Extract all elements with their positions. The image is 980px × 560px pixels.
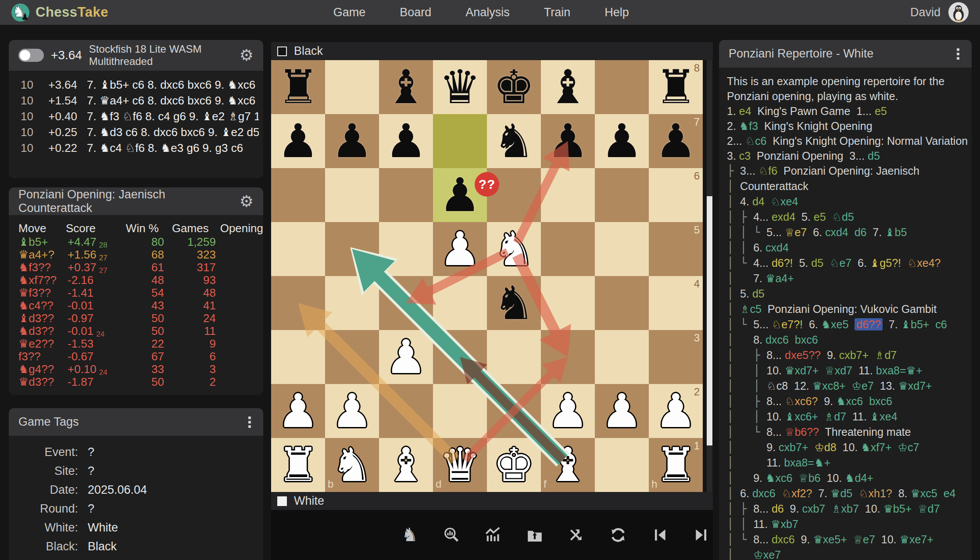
- square-f4[interactable]: [541, 276, 595, 330]
- square-c4[interactable]: [379, 276, 433, 330]
- opening-move-row[interactable]: ♝d3??-0.975024: [18, 312, 263, 325]
- opening-move-row[interactable]: ♞d3??-0.01245011: [18, 325, 263, 337]
- piece-e7[interactable]: ♞: [487, 114, 541, 168]
- move-token[interactable]: ♘xh1?: [858, 487, 892, 499]
- user-avatar[interactable]: [948, 2, 969, 22]
- repertoire-line[interactable]: │ 11. bxa8=♞+: [727, 455, 968, 470]
- move-token[interactable]: ♘d5: [832, 211, 854, 223]
- square-h5[interactable]: 5: [649, 222, 703, 276]
- move-token[interactable]: ♔e7: [852, 380, 874, 392]
- move-token[interactable]: ♘xc6?: [785, 395, 818, 407]
- repertoire-line[interactable]: ├ 3... ♘f6 Ponziani Opening: Jaenisch: [727, 163, 968, 179]
- square-d1[interactable]: ♛d: [433, 438, 487, 492]
- piece-f1[interactable]: ♝: [541, 438, 595, 492]
- move-token[interactable]: ♘e7?!: [772, 318, 803, 330]
- opening-move-row[interactable]: ♞c4??-0.014341: [18, 299, 263, 312]
- repertoire-line[interactable]: │ ├ 8... ♘xc6? 9. ♞xc6 bxc6: [727, 394, 968, 409]
- square-b2[interactable]: ♟: [325, 384, 379, 438]
- square-f1[interactable]: ♝f: [541, 438, 595, 492]
- move-token[interactable]: ♘c6: [745, 135, 767, 147]
- piece-e4[interactable]: ♞: [487, 276, 541, 330]
- opening-move-row[interactable]: ♛f3??-1.415448: [18, 287, 263, 299]
- square-b7[interactable]: ♟: [325, 114, 379, 168]
- engine-knight-icon[interactable]: ♞: [401, 526, 418, 544]
- move-token[interactable]: ♛a4+: [765, 272, 794, 284]
- repertoire-line[interactable]: │ 5. d5: [727, 286, 968, 302]
- move-token[interactable]: bxa8=♛+: [876, 364, 923, 377]
- square-h4[interactable]: 4: [649, 276, 703, 330]
- square-a5[interactable]: [271, 222, 325, 276]
- square-c5[interactable]: [379, 222, 433, 276]
- move-token[interactable]: exd4: [772, 211, 795, 223]
- piece-a7[interactable]: ♟: [271, 114, 325, 168]
- square-b8[interactable]: [325, 60, 379, 114]
- move-token[interactable]: ♗xb7: [831, 503, 859, 515]
- white-checkbox[interactable]: [277, 496, 287, 506]
- square-d4[interactable]: [433, 276, 487, 330]
- move-token[interactable]: cxb7: [802, 503, 825, 515]
- opening-move-row[interactable]: ♛a4+?+1.562768323: [18, 248, 263, 261]
- square-e4[interactable]: ♞: [487, 276, 541, 330]
- move-token[interactable]: ♔d8: [814, 441, 836, 453]
- move-token[interactable]: ♕b6??: [785, 426, 819, 438]
- move-token[interactable]: ♛xc8+: [812, 380, 846, 392]
- scrollbar-thumb[interactable]: [707, 196, 712, 445]
- engine-line[interactable]: 10+3.647. ♝b5+ c6 8. dxc6 bxc6 9. ♞xc6 ♕…: [15, 77, 259, 93]
- move-token[interactable]: dxe5??: [785, 349, 821, 361]
- square-c3[interactable]: ♟: [379, 330, 433, 384]
- square-g5[interactable]: [595, 222, 649, 276]
- move-token[interactable]: ♞xe5: [821, 318, 849, 330]
- engine-line[interactable]: 10+0.227. ♞c4 ♘f6 8. ♞e3 g6 9. g3 c6: [15, 140, 259, 156]
- piece-e8[interactable]: ♚: [487, 60, 541, 114]
- move-token[interactable]: ♔c7: [898, 441, 919, 453]
- move-token[interactable]: ♛xc5: [910, 487, 937, 499]
- square-f5[interactable]: [541, 222, 595, 276]
- square-h3[interactable]: 3: [649, 330, 703, 384]
- square-g4[interactable]: [595, 276, 649, 330]
- square-f7[interactable]: ♟: [541, 114, 595, 168]
- repertoire-line[interactable]: │ │ 6. cxd4: [727, 240, 968, 255]
- square-f6[interactable]: [541, 168, 595, 222]
- repertoire-line[interactable]: │ │ ♘c8 12. ♛xc8+ ♔e7 13. ♛xd7+: [727, 378, 968, 394]
- repertoire-line[interactable]: │ ♔xe7: [727, 547, 968, 560]
- square-e3[interactable]: [487, 330, 541, 384]
- skip-start-icon[interactable]: [651, 526, 669, 544]
- square-a7[interactable]: ♟: [271, 114, 325, 168]
- move-token[interactable]: ♗d7: [824, 410, 846, 423]
- piece-f7[interactable]: ♟: [541, 114, 595, 168]
- square-b1[interactable]: ♞b: [325, 438, 379, 492]
- square-g3[interactable]: [595, 330, 649, 384]
- piece-g7[interactable]: ♟: [595, 114, 649, 168]
- move-token[interactable]: ♕d7: [918, 503, 940, 515]
- piece-d8[interactable]: ♛: [433, 60, 487, 114]
- square-b3[interactable]: [325, 330, 379, 384]
- opening-move-row[interactable]: ♛e2??-1.53229: [18, 337, 263, 350]
- move-token[interactable]: ♕b6: [798, 472, 820, 484]
- gear-icon[interactable]: ⚙: [240, 47, 254, 63]
- repertoire-line[interactable]: │ └ 8... dxc6 9. ♛xe5+ ♕e7 10. ♛xe7+: [727, 532, 968, 547]
- move-token[interactable]: d6?!: [772, 257, 793, 269]
- move-token[interactable]: bxa8=♞+: [784, 456, 830, 469]
- piece-c7[interactable]: ♟: [379, 114, 433, 168]
- square-f8[interactable]: ♝: [541, 60, 595, 114]
- engine-line[interactable]: 10+0.407. ♞f3 ♘f6 8. c4 g6 9. ♝e2 ♗g7 10…: [15, 108, 259, 124]
- chess-board[interactable]: ♜♝♛♚♝♜8♟♟♟♞♟♟♟7♟6♟♞5♞4♟3♟♟♟♟♟2♜a♞b♝c♛d♚e…: [271, 60, 703, 492]
- opening-move-row[interactable]: ♞g4??+0.1024333: [18, 363, 263, 376]
- selected-move[interactable]: d6??: [855, 318, 883, 330]
- piece-b2[interactable]: ♟: [325, 384, 379, 438]
- move-token[interactable]: d6: [772, 503, 784, 515]
- piece-d5[interactable]: ♟: [433, 222, 487, 276]
- move-token[interactable]: ♝xc6+: [785, 410, 818, 423]
- engine-line[interactable]: 10+0.257. ♞d3 c6 8. dxc6 bxc6 9. ♝e2 d5 …: [15, 124, 259, 140]
- move-token[interactable]: ♛xb7: [771, 518, 798, 530]
- upload-icon[interactable]: [526, 526, 544, 544]
- square-g6[interactable]: [595, 168, 649, 222]
- opening-move-row[interactable]: f3??-0.67676: [18, 350, 263, 363]
- repertoire-line[interactable]: │ 8. dxc6 bxc6: [727, 332, 968, 348]
- opening-move-row[interactable]: ♛d3??-1.87502: [18, 376, 263, 388]
- square-d8[interactable]: ♛: [433, 60, 487, 114]
- move-token[interactable]: e4: [739, 105, 751, 117]
- move-token[interactable]: ♘xe4: [771, 195, 798, 208]
- move-token[interactable]: d4: [752, 195, 765, 208]
- move-token[interactable]: bxc6: [869, 395, 892, 407]
